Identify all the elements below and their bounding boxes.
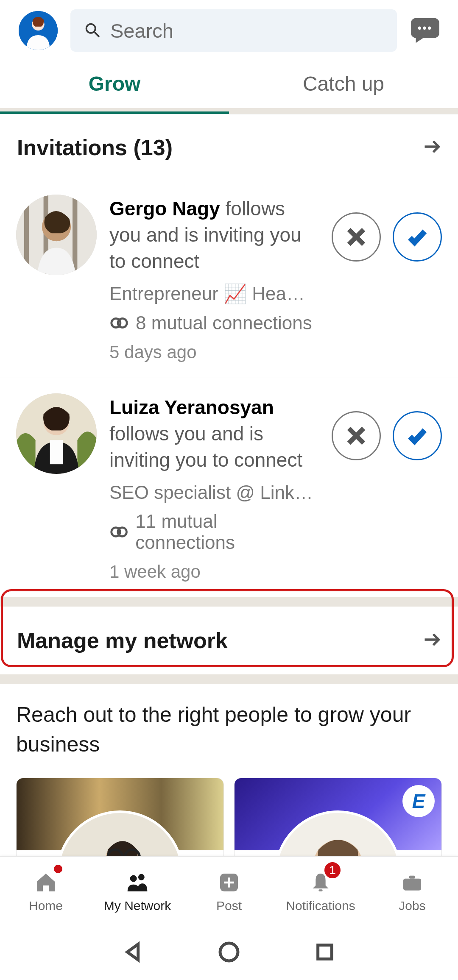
nav-label: Jobs xyxy=(399,899,425,913)
svg-marker-39 xyxy=(127,944,138,960)
nav-post[interactable]: Post xyxy=(183,857,275,926)
manage-network-button[interactable]: Manage my network xyxy=(0,607,458,674)
home-icon xyxy=(34,870,58,895)
reject-button[interactable] xyxy=(332,212,381,262)
mutual-connections: 11 mutual connections xyxy=(109,511,319,553)
mutual-connections: 8 mutual connections xyxy=(109,312,319,334)
invitation-headline: SEO specialist @ Link… xyxy=(109,482,319,503)
tab-grow[interactable]: Grow xyxy=(0,61,229,108)
manage-network-label: Manage my network xyxy=(17,628,228,653)
nav-label: My Network xyxy=(104,899,171,913)
card-badge: E xyxy=(402,785,435,817)
svg-rect-35 xyxy=(224,881,234,883)
sys-recent-button[interactable] xyxy=(313,940,337,966)
svg-point-12 xyxy=(118,319,127,328)
svg-rect-37 xyxy=(403,878,421,890)
sys-back-button[interactable] xyxy=(121,940,145,966)
invitation-item[interactable]: Gergo Nagy follows you and is inviting y… xyxy=(0,179,458,378)
notification-dot xyxy=(53,863,64,874)
sys-home-button[interactable] xyxy=(217,940,241,966)
briefcase-icon xyxy=(400,870,424,895)
avatar[interactable] xyxy=(16,393,97,474)
avatar[interactable] xyxy=(16,195,97,275)
accept-button[interactable] xyxy=(393,212,442,262)
svg-point-2 xyxy=(418,26,422,30)
mutual-icon xyxy=(109,526,128,538)
svg-point-4 xyxy=(428,26,431,30)
bottom-nav: Home My Network Post 1 Notifications Job… xyxy=(0,856,458,926)
mutual-icon xyxy=(109,317,129,329)
accept-button[interactable] xyxy=(393,411,442,460)
svg-rect-17 xyxy=(50,440,63,464)
search-icon xyxy=(83,21,103,40)
tab-catch-up[interactable]: Catch up xyxy=(229,61,458,108)
nav-my-network[interactable]: My Network xyxy=(92,857,183,926)
invitations-title: Invitations (13) xyxy=(17,135,173,160)
svg-rect-38 xyxy=(409,875,415,878)
svg-rect-7 xyxy=(24,195,29,275)
svg-rect-36 xyxy=(318,889,322,891)
invitation-title: Luiza Yeranosyan follows you and is invi… xyxy=(109,394,319,473)
notification-badge: 1 xyxy=(323,861,342,880)
arrow-right-icon xyxy=(422,137,441,158)
invitation-time: 1 week ago xyxy=(109,562,319,582)
reject-button[interactable] xyxy=(332,411,381,460)
svg-point-19 xyxy=(118,527,127,536)
svg-rect-41 xyxy=(318,945,332,959)
svg-point-32 xyxy=(138,874,145,880)
nav-notifications[interactable]: 1 Notifications xyxy=(275,857,366,926)
nav-label: Post xyxy=(216,899,242,913)
post-icon xyxy=(217,870,241,895)
svg-point-3 xyxy=(423,26,426,30)
arrow-right-icon xyxy=(422,630,441,651)
profile-avatar[interactable] xyxy=(19,11,58,50)
invitation-title: Gergo Nagy follows you and is inviting y… xyxy=(109,195,319,274)
system-nav xyxy=(0,926,458,980)
search-placeholder: Search xyxy=(110,19,173,42)
nav-label: Home xyxy=(29,899,63,913)
invitation-headline: Entrepreneur 📈 Hea… xyxy=(109,283,319,305)
messaging-icon[interactable] xyxy=(410,18,439,43)
svg-point-40 xyxy=(220,943,238,961)
nav-jobs[interactable]: Jobs xyxy=(366,857,458,926)
invitation-time: 5 days ago xyxy=(109,342,319,362)
invitations-header[interactable]: Invitations (13) xyxy=(0,114,458,179)
search-input[interactable]: Search xyxy=(70,9,397,52)
nav-home[interactable]: Home xyxy=(0,857,92,926)
network-icon xyxy=(126,870,149,895)
reach-out-title: Reach out to the right people to grow yo… xyxy=(16,700,442,759)
svg-point-31 xyxy=(130,875,137,882)
nav-label: Notifications xyxy=(286,899,355,913)
invitation-item[interactable]: Luiza Yeranosyan follows you and is invi… xyxy=(0,378,458,597)
